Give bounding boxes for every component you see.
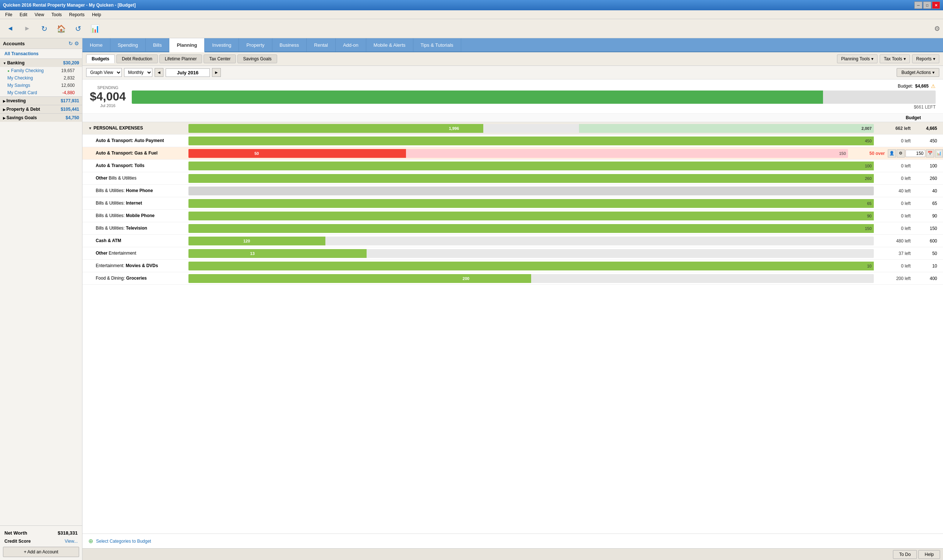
menu-help[interactable]: Help <box>88 11 105 18</box>
family-checking-item[interactable]: ● Family Checking 19,657 <box>0 67 82 74</box>
other-ent-spent-label: 13 <box>250 251 255 256</box>
prev-month-button[interactable]: ◄ <box>155 68 163 77</box>
select-categories-link[interactable]: Select Categories to Budget <box>96 538 151 544</box>
investing-group-header[interactable]: Investing $177,931 <box>0 96 82 105</box>
tab-tips[interactable]: Tips & Tutorials <box>413 38 461 52</box>
menu-edit[interactable]: Edit <box>16 11 31 18</box>
gas-fuel-calendar[interactable]: 📅 <box>926 149 934 157</box>
personal-expenses-budget-label: 2,007 <box>861 126 872 131</box>
todo-button[interactable]: To Do <box>893 550 917 559</box>
budget-toolbar: Graph View Detail View Monthly Yearly ◄ … <box>82 66 943 80</box>
other-bills-budget: 260 <box>914 176 943 181</box>
home-button[interactable]: 🏠 <box>54 22 68 36</box>
other-bills-bold: Other <box>96 175 108 181</box>
gas-fuel-chart[interactable]: 📊 <box>935 149 943 157</box>
sync-button[interactable]: ↺ <box>71 22 85 36</box>
menu-tools[interactable]: Tools <box>48 11 66 18</box>
personal-expenses-row: ▼PERSONAL EXPENSES 1,996 2,007 662 left … <box>82 122 943 135</box>
next-month-button[interactable]: ► <box>212 68 221 77</box>
credit-score-link[interactable]: View... <box>65 538 78 544</box>
sub-tab-left: Budgets Debt Reduction Lifetime Planner … <box>86 54 277 63</box>
help-button[interactable]: Help <box>918 550 940 559</box>
planning-tools-button[interactable]: Planning Tools ▾ <box>837 54 877 63</box>
auto-payment-bar-cell: 450 <box>185 137 877 145</box>
refresh-button[interactable]: ↻ <box>37 22 52 36</box>
home-phone-bar-cell <box>185 186 877 195</box>
banking-label: Banking <box>7 60 24 66</box>
forward-button[interactable]: ► <box>20 22 35 36</box>
subtab-lifetime-planner[interactable]: Lifetime Planner <box>159 54 202 63</box>
reports-dropdown-button[interactable]: Reports ▾ <box>912 54 939 63</box>
savings-group-header[interactable]: Savings Goals $4,750 <box>0 113 82 122</box>
maximize-button[interactable]: □ <box>923 2 931 9</box>
tab-rental[interactable]: Rental <box>307 38 336 52</box>
tab-investing[interactable]: Investing <box>205 38 239 52</box>
sidebar-header-icons: ↻ ⚙ <box>68 40 79 46</box>
family-checking-amount: 19,657 <box>61 68 75 73</box>
tab-mobile[interactable]: Mobile & Alerts <box>366 38 413 52</box>
menu-file[interactable]: File <box>2 11 16 18</box>
menu-view[interactable]: View <box>31 11 48 18</box>
menu-reports[interactable]: Reports <box>66 11 88 18</box>
tab-home[interactable]: Home <box>82 38 111 52</box>
property-group-header[interactable]: Property & Debt $105,441 <box>0 105 82 113</box>
personal-expenses-name[interactable]: ▼PERSONAL EXPENSES <box>82 125 185 132</box>
auto-payment-bar: 450 <box>188 137 874 145</box>
tab-business[interactable]: Business <box>273 38 307 52</box>
gas-fuel-bar-cell: 50 150 <box>185 149 851 158</box>
plus-icon[interactable]: ⊕ <box>88 538 93 545</box>
tab-spending[interactable]: Spending <box>111 38 146 52</box>
all-transactions-link[interactable]: All Transactions <box>0 49 82 58</box>
settings-icon[interactable]: ⚙ <box>934 25 940 33</box>
tab-addon[interactable]: Add-on <box>336 38 366 52</box>
personal-expenses-arrow[interactable]: ▼ <box>88 126 92 130</box>
credit-score-label: Credit Score <box>5 538 31 544</box>
tab-bills[interactable]: Bills <box>146 38 169 52</box>
budget-info-amount: $4,665 <box>915 83 929 89</box>
my-checking-item[interactable]: My Checking 2,832 <box>0 74 82 82</box>
subtab-tax-center[interactable]: Tax Center <box>203 54 236 63</box>
subtab-debt-reduction[interactable]: Debt Reduction <box>116 54 158 63</box>
gas-fuel-actions: 👤 ⚙ 📅 📊 <box>888 149 943 157</box>
movies-dvds-bar-label: 10 <box>867 264 872 268</box>
budget-column-header: Budget <box>906 115 921 120</box>
tolls-name: Auto & Transport: Tolls <box>82 162 185 169</box>
minimize-button[interactable]: ─ <box>914 2 922 9</box>
reports-button[interactable]: 📊 <box>88 22 102 36</box>
tolls-bar: 100 <box>188 162 874 170</box>
tab-planning[interactable]: Planning <box>169 38 205 52</box>
planning-tools-arrow: ▾ <box>871 56 874 62</box>
other-bills-name: Other Bills & Utilities <box>82 175 185 182</box>
tax-tools-button[interactable]: Tax Tools ▾ <box>880 54 910 63</box>
spending-text: SPENDING $4,004 Jul 2016 <box>90 85 126 108</box>
accounts-settings-icon[interactable]: ⚙ <box>74 40 79 46</box>
add-account-button[interactable]: + Add an Account <box>3 547 79 557</box>
gas-fuel-action-2[interactable]: ⚙ <box>897 149 905 157</box>
mobile-phone-left: 0 left <box>877 214 914 218</box>
my-credit-card-item[interactable]: My Credit Card -4,880 <box>0 89 82 96</box>
personal-expenses-remaining-bar <box>579 124 874 133</box>
my-savings-item[interactable]: My Savings 12,600 <box>0 82 82 89</box>
internet-bar-cell: 65 <box>185 199 877 208</box>
back-button[interactable]: ◄ <box>3 22 18 36</box>
view-select[interactable]: Graph View Detail View <box>86 68 122 77</box>
period-select[interactable]: Monthly Yearly <box>124 68 153 77</box>
my-checking-name: My Checking <box>8 75 33 81</box>
cash-atm-green-bar <box>188 237 325 245</box>
close-button[interactable]: ✕ <box>932 2 940 9</box>
gas-fuel-action-1[interactable]: 👤 <box>888 149 896 157</box>
subtab-budgets[interactable]: Budgets <box>86 54 115 63</box>
subtab-savings-goals[interactable]: Savings Goals <box>237 54 277 63</box>
television-name: Bills & Utilities: Television <box>82 225 185 232</box>
internet-row: Bills & Utilities: Internet 65 0 left 65 <box>82 197 943 210</box>
tab-property[interactable]: Property <box>239 38 272 52</box>
television-row: Bills & Utilities: Television 150 0 left… <box>82 222 943 235</box>
movies-dvds-budget: 10 <box>914 263 943 269</box>
banking-group-header[interactable]: Banking $30,209 <box>0 58 82 67</box>
property-label: Property & Debt <box>7 107 40 112</box>
mobile-phone-bar-cell: 90 <box>185 212 877 220</box>
gas-fuel-input[interactable] <box>906 150 925 157</box>
refresh-accounts-icon[interactable]: ↻ <box>68 40 73 46</box>
toolbar-left: ◄ ► ↻ 🏠 ↺ 📊 <box>3 22 102 36</box>
budget-actions-button[interactable]: Budget Actions ▾ <box>897 68 939 77</box>
